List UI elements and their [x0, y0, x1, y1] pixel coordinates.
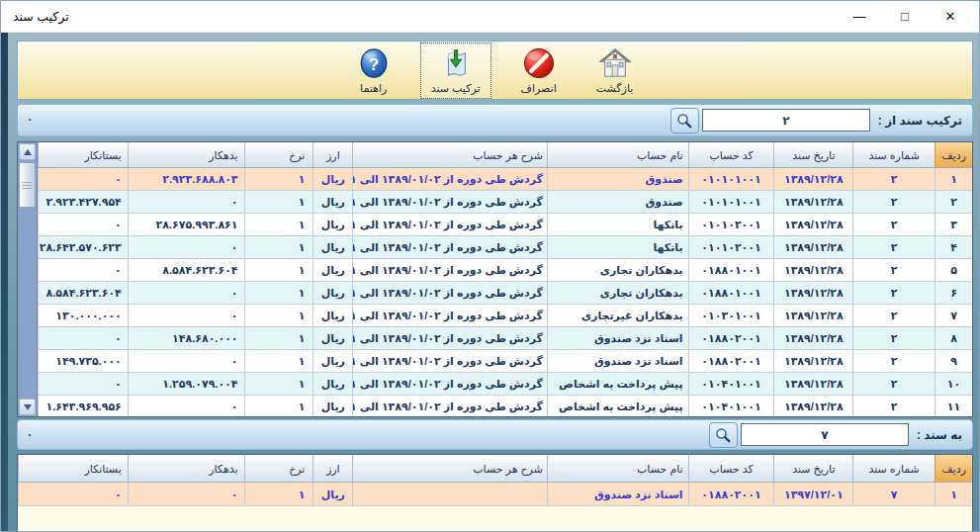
table-cell: ۲	[852, 327, 935, 350]
table-cell: ۲	[852, 350, 935, 373]
column-header[interactable]: شرح هر حساب	[352, 455, 547, 483]
close-button[interactable]: ✕	[928, 2, 973, 32]
table-cell: ریال	[312, 327, 352, 350]
table-row[interactable]: ۸۲۱۳۸۹/۱۲/۲۸۰۱۸۸۰۲۰۰۱اسناد نزد صندوقگردش…	[38, 327, 972, 350]
table-cell: ۰۱۸۸۰۱۰۰۱	[688, 259, 774, 282]
table-row[interactable]: ۲۲۱۳۸۹/۱۲/۲۸۰۱۰۱۰۱۰۰۱صندوقگردش طی دوره ا…	[38, 191, 972, 214]
column-header[interactable]: شرح هر حساب	[352, 142, 547, 168]
table-cell: گردش طی دوره از ۱۳۸۹/۰۱/۰۲ الی ۱۳۸۹/۱...	[352, 305, 547, 327]
table-cell: ۰	[128, 282, 244, 305]
column-header[interactable]: بدهکار	[128, 455, 244, 483]
table-cell: گردش طی دوره از ۱۳۸۹/۰۱/۰۲ الی ۱۳۸۹/۱...	[352, 282, 547, 305]
column-header[interactable]: ردیف	[935, 142, 972, 168]
table-cell: ۱۳۸۹/۱۲/۲۸	[773, 282, 852, 305]
table-cell	[352, 483, 547, 506]
scroll-up-button[interactable]	[19, 143, 36, 160]
table-cell: ۷	[935, 305, 972, 327]
column-header[interactable]: نرخ	[244, 142, 313, 168]
maximize-button[interactable]: □	[882, 2, 928, 32]
column-header[interactable]: بدهکار	[128, 142, 244, 168]
column-header[interactable]: نام حساب	[547, 455, 688, 483]
help-button-label: راهنما	[360, 82, 387, 95]
column-header[interactable]: شماره سند	[852, 455, 935, 483]
search-to-button[interactable]	[709, 422, 738, 448]
table-cell: ۱	[244, 396, 313, 417]
table-cell: ۱	[244, 282, 313, 305]
table-cell: ۲	[852, 214, 935, 236]
table-cell: ۴	[935, 236, 972, 259]
table-cell: ۱.۶۴۳.۹۶۹.۹۵۶	[38, 396, 128, 417]
table-cell: گردش طی دوره از ۱۳۸۹/۰۱/۰۲ الی ۱۳۸۹/۱...	[352, 373, 547, 396]
table-cell: گردش طی دوره از ۱۳۸۹/۰۱/۰۲ الی ۱۳۸۹/۱...	[352, 191, 547, 214]
combine-from-label: ترکیب سند از :	[878, 114, 962, 128]
table-cell: گردش طی دوره از ۱۳۸۹/۰۱/۰۲ الی ۱۳۸۹/۱...	[352, 168, 547, 191]
back-button[interactable]: بازگشت	[586, 44, 644, 98]
table-cell: ۱	[244, 259, 313, 282]
table-cell: پیش پرداخت به اشخاص	[547, 396, 688, 417]
table-cell: ۰۱۰۱۰۱۰۰۱	[688, 191, 774, 214]
column-header[interactable]: تاریخ سند	[773, 455, 852, 483]
table-row[interactable]: ۶۲۱۳۸۹/۱۲/۲۸۰۱۸۸۰۱۰۰۱بدهکاران تجاریگردش …	[38, 282, 972, 305]
table-cell: ۲	[852, 259, 935, 282]
table-cell: ۲.۹۲۳.۴۲۷.۹۵۴	[38, 191, 128, 214]
table-cell: ریال	[312, 236, 352, 259]
column-header[interactable]: ارز	[312, 142, 352, 168]
table-columns: ردیفشماره سندتاریخ سندکد حسابنام حسابشرح…	[38, 142, 972, 416]
table-cell: گردش طی دوره از ۱۳۸۹/۰۱/۰۲ الی ۱۳۸۹/۱...	[352, 396, 547, 417]
column-header[interactable]: کد حساب	[688, 455, 774, 483]
column-header[interactable]: نام حساب	[547, 142, 688, 168]
table-cell: ۱۴۸.۶۸۰.۰۰۰	[128, 327, 244, 350]
empty-table-area	[18, 506, 972, 532]
table-cell: ۱	[935, 168, 972, 191]
column-header[interactable]: تاریخ سند	[773, 142, 852, 168]
back-button-label: بازگشت	[596, 82, 634, 95]
column-header[interactable]: ردیف	[935, 455, 972, 483]
table-cell: ۰	[128, 350, 244, 373]
table-row[interactable]: ۴۲۱۳۸۹/۱۲/۲۸۰۱۰۱۰۲۰۰۱بانکهاگردش طی دوره …	[38, 236, 972, 259]
table-cell: بدهکاران غیرتجاری	[547, 305, 688, 327]
table-cell: ۰۱۸۸۰۲۰۰۱	[688, 350, 774, 373]
table-cell: ۱۳۸۹/۱۲/۲۸	[773, 305, 852, 327]
window-left-edge	[1, 33, 8, 532]
table-cell: ریال	[312, 214, 352, 236]
column-header[interactable]: بستانکار	[38, 142, 128, 168]
arrow-down-icon	[24, 404, 32, 410]
table-row[interactable]: ۹۲۱۳۸۹/۱۲/۲۸۰۱۸۸۰۲۰۰۱اسناد نزد صندوقگردش…	[38, 350, 972, 373]
combine-document-button[interactable]: ترکیب سند	[420, 43, 491, 99]
table-cell: ریال	[312, 373, 352, 396]
column-header[interactable]: نرخ	[244, 455, 313, 483]
table-cell: ۱	[935, 483, 972, 506]
table-cell: پیش پرداخت به اشخاص	[547, 373, 688, 396]
help-button[interactable]: ? راهنما	[347, 44, 401, 98]
scroll-down-button[interactable]	[19, 399, 36, 415]
table-row[interactable]: ۱۷۱۳۹۷/۱۲/۰۱۰۱۸۸۰۲۰۰۱اسناد نزد صندوقریال…	[18, 483, 972, 506]
search-from-button[interactable]	[670, 108, 699, 133]
table-row[interactable]: ۱۱۲۱۳۸۹/۱۲/۲۸۰۱۰۴۰۱۰۰۱پیش پرداخت به اشخا…	[38, 396, 972, 417]
minimize-button[interactable]: —	[837, 2, 882, 32]
cancel-button[interactable]: انصراف	[511, 44, 567, 98]
column-header[interactable]: بستانکار	[18, 455, 128, 483]
combine-from-input[interactable]	[702, 109, 870, 132]
table-body: ۱۲۱۳۸۹/۱۲/۲۸۰۱۰۱۰۱۰۰۱صندوقگردش طی دوره ا…	[38, 168, 972, 417]
table-row[interactable]: ۱۰۲۱۳۸۹/۱۲/۲۸۰۱۰۴۰۱۰۰۱پیش پرداخت به اشخا…	[38, 373, 972, 396]
column-header[interactable]: شماره سند	[852, 142, 935, 168]
table-cell: ۸.۵۸۴.۶۲۳.۶۰۴	[128, 259, 244, 282]
table-cell: ۲.۹۲۳.۶۸۸.۸۰۳	[128, 168, 244, 191]
table-row[interactable]: ۳۲۱۳۸۹/۱۲/۲۸۰۱۰۱۰۲۰۰۱بانکهاگردش طی دوره …	[38, 214, 972, 236]
vertical-scrollbar[interactable]	[18, 142, 38, 416]
arrow-up-icon	[24, 149, 32, 155]
table-row[interactable]: ۵۲۱۳۸۹/۱۲/۲۸۰۱۸۸۰۱۰۰۱بدهکاران تجاریگردش …	[38, 259, 972, 282]
combine-to-input[interactable]	[741, 423, 909, 446]
window-title: ترکیب سند	[13, 9, 69, 24]
table-row[interactable]: ۷۲۱۳۸۹/۱۲/۲۸۰۱۰۳۰۱۰۰۱بدهکاران غیرتجاریگر…	[38, 305, 972, 327]
table-cell: ۵	[935, 259, 972, 282]
table-cell: ۱۳۸۹/۱۲/۲۸	[773, 236, 852, 259]
scrollbar-thumb[interactable]	[19, 162, 36, 208]
column-header[interactable]: ارز	[312, 455, 352, 483]
column-header[interactable]: کد حساب	[688, 142, 774, 168]
table-row[interactable]: ۱۲۱۳۸۹/۱۲/۲۸۰۱۰۱۰۱۰۰۱صندوقگردش طی دوره ا…	[38, 168, 972, 191]
source-document-table: ردیفشماره سندتاریخ سندکد حسابنام حسابشرح…	[17, 141, 973, 417]
table-cell: ریال	[312, 396, 352, 417]
table-cell: ۰	[128, 305, 244, 327]
table-columns: ردیفشماره سندتاریخ سندکد حسابنام حسابشرح…	[18, 455, 972, 532]
